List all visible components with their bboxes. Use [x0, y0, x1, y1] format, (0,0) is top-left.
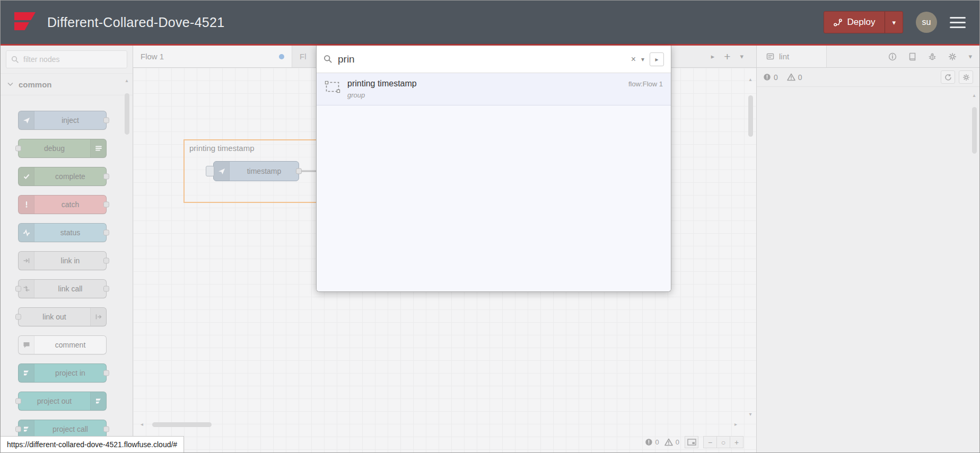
search-options-button[interactable]: ▸: [650, 52, 664, 66]
search-result-text: printing timestamp flow:Flow 1 group: [347, 79, 663, 99]
search-icon: [323, 55, 332, 64]
chevron-down-icon: ▾: [892, 19, 896, 26]
search-input-row: × ▾ ▸: [317, 46, 671, 73]
group-icon: [325, 81, 340, 99]
search-results-list: printing timestamp flow:Flow 1 group: [317, 73, 671, 291]
search-result-item[interactable]: printing timestamp flow:Flow 1 group: [317, 73, 671, 105]
node-red-editor: Different-Collared-Dove-4521 Deploy ▾ su: [0, 0, 980, 453]
user-avatar[interactable]: su: [916, 12, 937, 33]
deploy-label: Deploy: [847, 17, 876, 28]
header-actions: Deploy ▾ su: [824, 11, 966, 33]
main-menu-button[interactable]: [950, 17, 966, 28]
clear-search-icon[interactable]: ×: [631, 55, 636, 64]
search-history-caret-icon[interactable]: ▾: [641, 56, 644, 63]
deploy-icon: [834, 19, 842, 26]
deploy-options-button[interactable]: ▾: [885, 12, 903, 33]
avatar-initials: su: [922, 17, 931, 27]
deploy-button[interactable]: Deploy ▾: [824, 11, 903, 33]
search-dialog: × ▾ ▸ printing timestamp flow:Flow 1 gro…: [316, 46, 671, 292]
flowfuse-logo-icon: [14, 12, 36, 32]
search-input[interactable]: [338, 54, 626, 65]
header: Different-Collared-Dove-4521 Deploy ▾ su: [1, 1, 979, 44]
instance-title: Different-Collared-Dove-4521: [47, 15, 225, 30]
search-result-flow: flow:Flow 1: [628, 80, 663, 88]
deploy-button-main[interactable]: Deploy: [824, 12, 885, 33]
search-result-title: printing timestamp: [347, 79, 417, 88]
search-result-type: group: [347, 91, 663, 99]
link-url-text: https://different-collared-dove-4521.flo…: [7, 440, 177, 449]
browser-link-status: https://different-collared-dove-4521.flo…: [1, 436, 184, 452]
